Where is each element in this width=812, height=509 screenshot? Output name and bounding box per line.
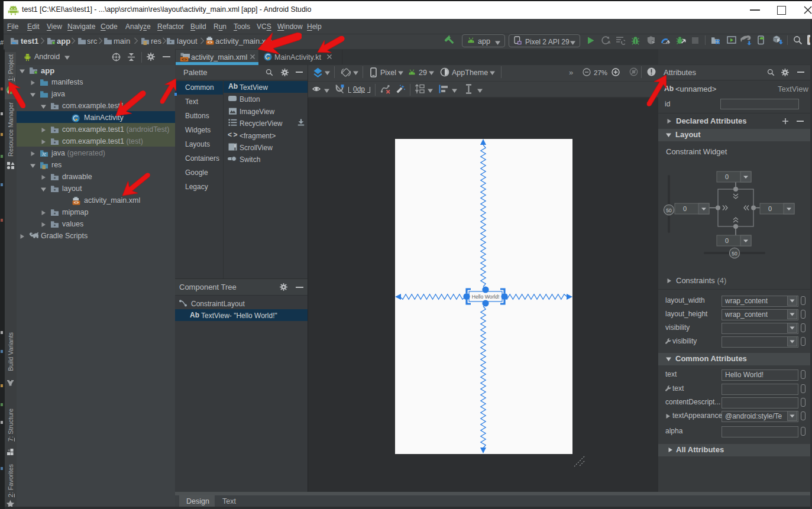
svg-text:50: 50 xyxy=(732,251,737,257)
svg-text:<>: <> xyxy=(74,200,79,205)
svg-text:A: A xyxy=(608,40,611,44)
svg-text:0: 0 xyxy=(725,173,729,180)
svg-text:<>: <> xyxy=(208,40,212,45)
svg-text:Hello World!: Hello World! xyxy=(472,294,500,300)
svg-text:50: 50 xyxy=(666,208,672,213)
svg-text:0: 0 xyxy=(768,205,772,212)
svg-text:<>: <> xyxy=(182,57,187,62)
svg-text:0: 0 xyxy=(683,205,687,212)
svg-text:0: 0 xyxy=(725,237,729,244)
